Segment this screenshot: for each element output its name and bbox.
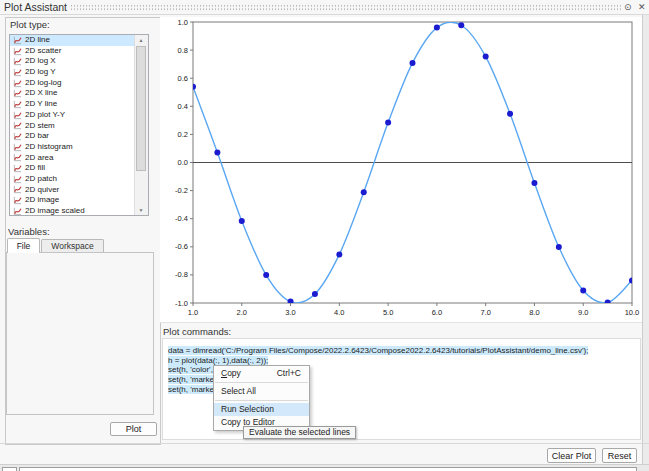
- plot-type-scrollbar[interactable]: ▲ ▼: [134, 35, 148, 215]
- svg-text:4.0: 4.0: [334, 308, 344, 317]
- code-text: h = plot(data(:, 1),data(:, 2));: [168, 356, 268, 365]
- plot-type-list: 2D line2D scatter2D log X2D log Y2D log-…: [10, 35, 135, 215]
- menu-item-label: Select All: [221, 385, 256, 398]
- svg-text:0.6: 0.6: [178, 74, 188, 83]
- code-text: set(h, 'marker: [168, 385, 217, 394]
- plot-type-item-label: 2D image: [25, 195, 59, 206]
- plot-button[interactable]: Plot: [110, 422, 157, 436]
- svg-text:-0.4: -0.4: [175, 214, 188, 223]
- plot-type-item[interactable]: 2D scatter: [10, 46, 135, 57]
- variables-label: Variables:: [8, 226, 50, 237]
- plot-type-item[interactable]: 2D area: [10, 153, 135, 164]
- plot-type-icon: [13, 111, 22, 120]
- float-icon[interactable]: ⊙: [624, 1, 632, 13]
- plot-type-icon: [13, 100, 22, 109]
- svg-text:5.0: 5.0: [383, 308, 393, 317]
- plot-type-item-label: 2D X line: [25, 88, 57, 99]
- code-line[interactable]: data = dlmread('C:/Program Files/Compose…: [163, 346, 640, 356]
- plot-type-icon: [13, 89, 22, 98]
- plot-type-item[interactable]: 2D plot Y-Y: [10, 110, 135, 121]
- plot-type-item[interactable]: 2D Y line: [10, 99, 135, 110]
- plot-type-item-label: 2D bar: [25, 131, 49, 142]
- plot-type-item[interactable]: 2D fill: [10, 163, 135, 174]
- plot-type-item[interactable]: 2D log-log: [10, 78, 135, 89]
- plot-type-item-label: 2D histogram: [25, 142, 73, 153]
- footer-divider: [0, 443, 649, 444]
- menu-item-run-selection[interactable]: Run Selection: [214, 403, 309, 416]
- menu-item-label: Copy: [221, 367, 241, 380]
- code-text: set(h, 'color', [: [168, 365, 217, 374]
- menu-separator: [215, 400, 308, 401]
- drag-handle-dots[interactable]: [70, 4, 623, 11]
- plot-type-icon: [13, 207, 22, 215]
- plot-type-item[interactable]: 2D X line: [10, 88, 135, 99]
- plot-type-icon: [13, 196, 22, 205]
- plot-type-icon: [13, 153, 22, 162]
- svg-text:1.0: 1.0: [178, 18, 188, 27]
- tab-workspace[interactable]: Workspace: [41, 239, 104, 253]
- context-menu: CopyCtrl+CSelect AllRun SelectionCopy to…: [213, 365, 310, 431]
- plot-type-item-label: 2D line: [25, 35, 50, 46]
- plot-area: 1.02.03.04.05.06.07.08.09.010.0-1.0-0.8-…: [160, 17, 642, 323]
- menu-item-label: Run Selection: [221, 403, 274, 416]
- svg-text:-1.0: -1.0: [175, 299, 188, 308]
- plot-type-item-label: 2D fill: [25, 163, 45, 174]
- plot-type-item-label: 2D log-log: [25, 78, 61, 89]
- svg-text:-0.8: -0.8: [175, 270, 188, 279]
- plot-type-item-label: 2D patch: [25, 174, 57, 185]
- plot-type-item[interactable]: 2D image scaled: [10, 206, 135, 215]
- plot-type-icon: [13, 47, 22, 56]
- plot-type-icon: [13, 57, 22, 66]
- code-line[interactable]: h = plot(data(:, 1),data(:, 2));: [163, 356, 640, 366]
- plot-type-item-label: 2D Y line: [25, 99, 57, 110]
- plot-type-item-label: 2D plot Y-Y: [25, 110, 65, 121]
- svg-text:8.0: 8.0: [529, 308, 539, 317]
- clear-plot-button[interactable]: Clear Plot: [547, 448, 596, 463]
- plot-type-item[interactable]: 2D line: [10, 35, 135, 46]
- background-bottom-button: [2, 467, 17, 471]
- background-command-line: [19, 467, 637, 471]
- plot-type-item[interactable]: 2D stem: [10, 121, 135, 132]
- tab-file[interactable]: File: [7, 238, 40, 253]
- svg-text:-0.6: -0.6: [175, 242, 188, 251]
- background-bottom-bar: [0, 464, 649, 471]
- plot-type-icon: [13, 79, 22, 88]
- plot-type-icon: [13, 175, 22, 184]
- plot-type-item[interactable]: 2D quiver: [10, 185, 135, 196]
- scrollbar-thumb[interactable]: [136, 46, 146, 171]
- plot-type-icon: [13, 164, 22, 173]
- code-text: data = dlmread('C:/Program Files/Compose…: [168, 346, 588, 355]
- plot-type-icon: [13, 36, 22, 45]
- plot-type-item[interactable]: 2D log Y: [10, 67, 135, 78]
- dialog-title: Plot Assistant: [4, 1, 67, 13]
- scroll-down-button[interactable]: ▼: [135, 205, 147, 215]
- plot-type-listbox[interactable]: 2D line2D scatter2D log X2D log Y2D log-…: [9, 34, 149, 216]
- plot-type-item-label: 2D log X: [25, 56, 56, 67]
- plot-type-item[interactable]: 2D log X: [10, 56, 135, 67]
- plot-type-item-label: 2D quiver: [25, 185, 59, 196]
- scroll-up-button[interactable]: ▲: [135, 35, 147, 45]
- svg-text:0.0: 0.0: [178, 158, 188, 167]
- title-bar[interactable]: Plot Assistant ⊙ ✕: [0, 0, 649, 15]
- svg-text:6.0: 6.0: [432, 308, 442, 317]
- file-tab-pane: [6, 252, 154, 415]
- plot-type-icon: [13, 185, 22, 194]
- svg-text:7.0: 7.0: [480, 308, 490, 317]
- svg-text:1.0: 1.0: [188, 308, 198, 317]
- close-icon[interactable]: ✕: [638, 1, 646, 13]
- reset-button[interactable]: Reset: [602, 448, 637, 463]
- plot-canvas: 1.02.03.04.05.06.07.08.09.010.0-1.0-0.8-…: [160, 17, 642, 322]
- plot-type-item[interactable]: 2D patch: [10, 174, 135, 185]
- plot-type-item-label: 2D stem: [25, 121, 55, 132]
- plot-type-item[interactable]: 2D image: [10, 195, 135, 206]
- menu-item-shortcut: Ctrl+C: [277, 367, 301, 380]
- plot-type-item-label: 2D image scaled: [25, 206, 85, 215]
- svg-text:0.2: 0.2: [178, 130, 188, 139]
- menu-item-copy[interactable]: CopyCtrl+C: [214, 367, 309, 380]
- menu-item-select-all[interactable]: Select All: [214, 385, 309, 398]
- plot-type-icon: [13, 121, 22, 130]
- plot-assistant-dialog: Plot Assistant ⊙ ✕ Plot type: 2D line2D …: [0, 0, 649, 471]
- plot-type-item-label: 2D log Y: [25, 67, 56, 78]
- plot-type-item[interactable]: 2D histogram: [10, 142, 135, 153]
- plot-type-item[interactable]: 2D bar: [10, 131, 135, 142]
